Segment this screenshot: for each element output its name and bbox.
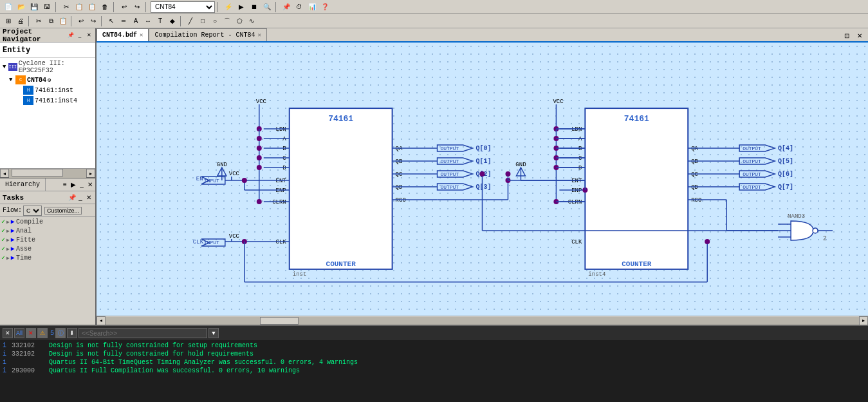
stop-button[interactable]: ⏹ [248, 1, 260, 13]
wire-button[interactable]: ━ [118, 15, 129, 27]
scroll-thumb[interactable] [12, 169, 63, 177]
copy2-button[interactable]: ⧉ [45, 15, 57, 27]
chip2-qa-output-label: OUTPUT [743, 146, 761, 151]
timing-button[interactable]: ⏱ [293, 1, 305, 13]
task-fitte[interactable]: ✓ ▶ ▶ Fitte [0, 235, 95, 244]
customize-button[interactable]: Customize... [44, 207, 82, 215]
h-scroll-thumb[interactable] [260, 317, 299, 325]
tree-area[interactable]: ▼ III Cyclone III: EP3C25F32 ▼ C CNT84 ⚙… [0, 58, 95, 168]
tree-item-cyclone[interactable]: ▼ III Cyclone III: EP3C25F32 [1, 59, 94, 75]
io-button[interactable]: ↔ [142, 15, 154, 27]
tree-item-74161-inst4[interactable]: ▶ H 74161:inst4 [1, 95, 94, 106]
arc-button[interactable]: ⌒ [221, 15, 233, 27]
help-button[interactable]: ❓ [319, 1, 331, 13]
cut-button[interactable]: ✂ [60, 1, 72, 13]
tree-item-cnt84[interactable]: ▼ C CNT84 ⚙ [1, 75, 94, 85]
msg-all-tab[interactable]: All [14, 328, 24, 338]
msg-info-btn[interactable]: ⓘ [55, 328, 66, 338]
msg-search-go[interactable]: ▼ [208, 328, 219, 338]
task-compile[interactable]: ✓ ▶ ▶ Compile [0, 217, 95, 226]
text-button[interactable]: T [154, 15, 166, 27]
entity-header: Entity [0, 43, 95, 58]
symbol-button[interactable]: A [130, 15, 142, 27]
h-scroll-track[interactable] [106, 317, 859, 325]
scroll-right-btn[interactable]: ▸ [86, 169, 95, 178]
entity-label: Entity [3, 46, 30, 55]
msg-error-btn[interactable]: ✕ [26, 328, 36, 338]
bottom-panel: ✕ All ✕ ⚠ 5 ⓘ ⬇ ▼ i 332102 Design is not… [0, 325, 868, 402]
polyline-button[interactable]: ∿ [246, 15, 257, 27]
task-compile-check: ✓ [1, 218, 5, 225]
node-button[interactable]: ◆ [167, 15, 178, 27]
nav-close-button[interactable]: ✕ [85, 32, 93, 39]
app-window: 📄 📂 💾 🖫 ✂ 📋 📋 🗑 ↩ ↪ CNT84 ⚡ ▶ ⏹ 🔍 📌 ⏱ 📊 … [0, 0, 868, 402]
print-button[interactable]: 🖨 [15, 15, 26, 27]
hierarchy-tab[interactable]: Hierarchy [0, 178, 46, 191]
hier-icon1[interactable]: ≡ [61, 181, 69, 189]
chip1-qc-output-label: OUTPUT [441, 171, 459, 177]
tab-nav-button[interactable]: ⊡ [841, 30, 853, 41]
copy-button[interactable]: 📋 [73, 1, 85, 13]
message-search-input[interactable] [78, 328, 207, 338]
redo-button[interactable]: ↪ [131, 1, 143, 13]
schematic-svg: 74161 COUNTER inst LDN A B C [97, 43, 868, 316]
undo-button[interactable]: ↩ [118, 1, 130, 13]
task-compile-label: Compile [16, 218, 43, 225]
msg-warn-btn[interactable]: ⚠ [37, 328, 48, 338]
save-button[interactable]: 💾 [28, 1, 40, 13]
tasks-title: Tasks [3, 194, 24, 202]
pin-planner-button[interactable]: 📌 [281, 1, 292, 13]
zoom-fit-button[interactable]: ⊞ [3, 15, 14, 27]
tab-bdf-close[interactable]: ✕ [140, 32, 143, 39]
tab-report-close[interactable]: ✕ [257, 32, 261, 39]
compile-button[interactable]: ⚡ [223, 1, 234, 13]
sim-button[interactable]: 📊 [306, 1, 318, 13]
h-scroll-left-btn[interactable]: ◂ [97, 316, 106, 325]
sep9 [180, 16, 183, 26]
msg-scroll-btn[interactable]: ⬇ [67, 328, 77, 338]
tasks-min[interactable]: _ [77, 194, 84, 202]
new-button[interactable]: 📄 [3, 1, 14, 13]
scroll-left-btn[interactable]: ◂ [0, 169, 9, 178]
run-button[interactable]: ▶ [235, 1, 247, 13]
line-button[interactable]: ╱ [185, 15, 196, 27]
main-toolbar: 📄 📂 💾 🖫 ✂ 📋 📋 🗑 ↩ ↪ CNT84 ⚡ ▶ ⏹ 🔍 📌 ⏱ 📊 … [0, 0, 868, 14]
entity-selector[interactable]: CNT84 [151, 1, 215, 13]
redo2-button[interactable]: ↪ [88, 15, 99, 27]
hier-minimize[interactable]: _ [78, 181, 86, 189]
h-scroll-right-btn[interactable]: ▸ [859, 316, 868, 325]
hier-close[interactable]: ✕ [86, 181, 94, 189]
tasks-close[interactable]: ✕ [85, 194, 93, 202]
tab-report[interactable]: Compilation Report - CNT84 ✕ [149, 28, 266, 41]
nav-minimize-button[interactable]: _ [76, 32, 84, 39]
polygon-button[interactable]: ⬠ [234, 15, 245, 27]
undo2-button[interactable]: ↩ [75, 15, 87, 27]
task-anal[interactable]: ✓ ▶ ▶ Anal [0, 226, 95, 235]
chip1-pin-a: A [282, 136, 286, 142]
tasks-pin[interactable]: 📌 [68, 194, 76, 202]
tab-bdf[interactable]: CNT84.bdf ✕ [97, 28, 149, 41]
open-button[interactable]: 📂 [15, 1, 27, 13]
paste-button[interactable]: 📋 [86, 1, 98, 13]
analyze-button[interactable]: 🔍 [261, 1, 273, 13]
task-time[interactable]: ✓ ▶ ▶ Time [0, 253, 95, 262]
ellipse-button[interactable]: ○ [209, 15, 221, 27]
save-as-button[interactable]: 🖫 [41, 1, 53, 13]
chip1-pin-clrn: CLRN [272, 199, 286, 206]
hier-icon2[interactable]: ▶ [69, 181, 77, 189]
paste2-button[interactable]: 📋 [57, 15, 69, 27]
msg-4-id: 293000 [12, 367, 44, 374]
nav-pin-button[interactable]: 📌 [67, 32, 75, 39]
tab-close-all-button[interactable]: ✕ [854, 30, 865, 41]
select-button[interactable]: ↖ [106, 15, 117, 27]
tree-item-74161-inst[interactable]: ▶ H 74161:inst [1, 85, 94, 95]
task-fitte-check: ✓ [1, 236, 5, 244]
task-asse[interactable]: ✓ ▶ ▶ Asse [0, 244, 95, 253]
rect-button[interactable]: □ [197, 15, 208, 27]
cut2-button[interactable]: ✂ [33, 15, 44, 27]
delete-button[interactable]: 🗑 [99, 1, 111, 13]
qc1-rco-dot [480, 171, 485, 177]
schematic-area[interactable]: 74161 COUNTER inst LDN A B C [97, 43, 868, 316]
msg-clear-all[interactable]: ✕ [3, 328, 13, 338]
flow-select[interactable]: C [23, 206, 42, 216]
